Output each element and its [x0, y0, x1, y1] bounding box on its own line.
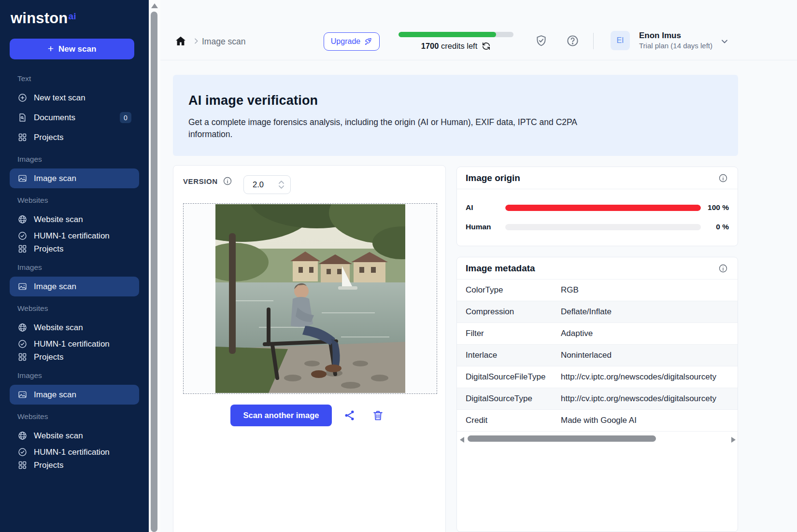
sidebar-item-website-scan[interactable]: Website scan [10, 210, 139, 229]
help-icon[interactable] [566, 34, 579, 47]
sidebar-item-humn-1-certification[interactable]: HUMN-1 certification [10, 229, 139, 242]
sidebar-section-label: Images [0, 364, 149, 385]
plus-icon: + [48, 43, 54, 55]
scan-another-image-button[interactable]: Scan another image [230, 405, 332, 426]
sidebar-section-label: Images [0, 255, 149, 277]
vertical-scrollbar-thumb[interactable] [151, 12, 157, 532]
origin-row-human: Human0 % [466, 217, 729, 237]
grid-icon [17, 352, 28, 362]
page-vertical-scrollbar [149, 0, 160, 532]
sidebar-item-label: Image scan [34, 174, 131, 183]
user-name[interactable]: Enon Imus [639, 31, 681, 41]
image-metadata-card: Image metadata ColorTypeRGBCompressionDe… [456, 257, 738, 532]
metadata-row-digitalsourcetype: DigitalSourceTypehttp://cv.iptc.org/news… [457, 388, 738, 410]
document-icon [17, 112, 28, 123]
sidebar-item-humn-1-certification[interactable]: HUMN-1 certification [10, 446, 139, 459]
sidebar-item-website-scan[interactable]: Website scan [10, 318, 139, 337]
image-origin-card: Image origin AI100 %Human0 % [456, 167, 738, 246]
metadata-row-compression: CompressionDeflate/Inflate [457, 301, 738, 323]
sidebar-item-projects[interactable]: Projects [10, 242, 139, 255]
check-circle-icon [17, 339, 28, 349]
sidebar-item-label: Website scan [34, 323, 131, 333]
horizontal-scrollbar-thumb[interactable] [468, 435, 656, 442]
version-info-icon[interactable] [223, 176, 232, 186]
metadata-value: Adaptive [561, 329, 738, 338]
sidebar-item-projects[interactable]: Projects [10, 459, 139, 472]
metadata-key: DigitalSourceType [457, 394, 561, 404]
avatar-initials: EI [616, 36, 624, 45]
sidebar-section-label: Text [0, 67, 149, 88]
metadata-row-interlace: InterlaceNoninterlaced [457, 345, 738, 366]
metadata-key: Filter [457, 329, 561, 338]
metadata-row-credit: CreditMade with Google AI [457, 410, 738, 432]
documents-count-badge: 0 [120, 112, 131, 123]
version-label: VERSION [183, 177, 218, 185]
new-scan-button[interactable]: + New scan [10, 39, 134, 59]
sidebar-item-image-scan[interactable]: Image scan [10, 168, 139, 188]
check-circle-icon [17, 231, 28, 241]
chevron-down-icon[interactable] [720, 37, 729, 46]
logo-brand: winston [11, 10, 68, 27]
rocket-icon [364, 37, 372, 46]
sidebar-item-image-scan[interactable]: Image scan [10, 385, 139, 405]
origin-bar-fill [505, 205, 701, 211]
origin-bar-track [505, 205, 701, 211]
image-origin-title: Image origin [466, 173, 520, 183]
sidebar-section-label: Websites [0, 296, 149, 318]
sidebar-item-projects[interactable]: Projects [10, 127, 139, 147]
header-divider [593, 33, 594, 49]
shield-check-icon[interactable] [535, 34, 548, 47]
image-icon [17, 390, 28, 400]
scroll-left-arrow-icon[interactable] [460, 437, 464, 443]
image-icon [17, 281, 28, 292]
metadata-value: Made with Google AI [561, 416, 738, 425]
credits-progress-fill [398, 32, 496, 37]
origin-rows: AI100 %Human0 % [457, 189, 738, 237]
sidebar-item-label: Projects [34, 352, 131, 362]
home-icon[interactable] [175, 35, 186, 47]
page-title: AI image verification [188, 93, 723, 108]
sidebar: winstonai + New scan TextNew text scanDo… [0, 0, 149, 532]
origin-row-ai: AI100 % [466, 198, 729, 217]
credits-progress-track [398, 32, 513, 37]
image-icon [17, 173, 28, 183]
breadcrumb-chevron-icon [192, 37, 200, 45]
page-banner: AI image verification Get a complete ima… [173, 75, 738, 156]
sidebar-item-humn-1-certification[interactable]: HUMN-1 certification [10, 337, 139, 350]
page-description: Get a complete image forensics analysis,… [188, 116, 585, 140]
grid-icon [17, 244, 28, 254]
image-metadata-info-icon[interactable] [718, 264, 728, 273]
upgrade-button[interactable]: Upgrade [324, 32, 380, 51]
share-icon[interactable] [343, 409, 356, 421]
sidebar-item-label: Website scan [34, 431, 131, 441]
metadata-row-filter: FilterAdaptive [457, 323, 738, 345]
sidebar-item-label: Image scan [34, 282, 131, 292]
metadata-key: ColorType [457, 285, 561, 295]
sidebar-item-website-scan[interactable]: Website scan [10, 426, 139, 446]
select-chevrons-icon [278, 180, 285, 189]
sidebar-item-projects[interactable]: Projects [10, 350, 139, 364]
sidebar-item-documents[interactable]: Documents0 [10, 108, 139, 127]
check-circle-icon [17, 447, 28, 457]
version-select[interactable]: 2.0 [243, 175, 291, 194]
sidebar-item-label: Website scan [34, 215, 131, 224]
scanned-image [215, 204, 405, 393]
upgrade-label: Upgrade [331, 37, 360, 46]
sidebar-section-label: Websites [0, 188, 149, 210]
refresh-icon[interactable] [482, 42, 491, 51]
metadata-table: ColorTypeRGBCompressionDeflate/InflateFi… [457, 280, 738, 432]
sidebar-item-new-text-scan[interactable]: New text scan [10, 88, 139, 108]
origin-percent: 100 % [701, 203, 729, 212]
credits-widget: 1700 credits left [398, 32, 513, 51]
metadata-horizontal-scrollbar [460, 435, 736, 444]
image-origin-info-icon[interactable] [718, 173, 728, 183]
scroll-up-arrow-icon[interactable] [151, 3, 158, 8]
sidebar-item-image-scan[interactable]: Image scan [10, 277, 139, 296]
metadata-key: Interlace [457, 350, 561, 360]
grid-icon [17, 132, 28, 142]
trash-icon[interactable] [372, 409, 384, 421]
scroll-right-arrow-icon[interactable] [731, 437, 736, 443]
metadata-key: Compression [457, 307, 561, 317]
avatar[interactable]: EI [611, 31, 630, 50]
metadata-value: Deflate/Inflate [561, 307, 738, 317]
